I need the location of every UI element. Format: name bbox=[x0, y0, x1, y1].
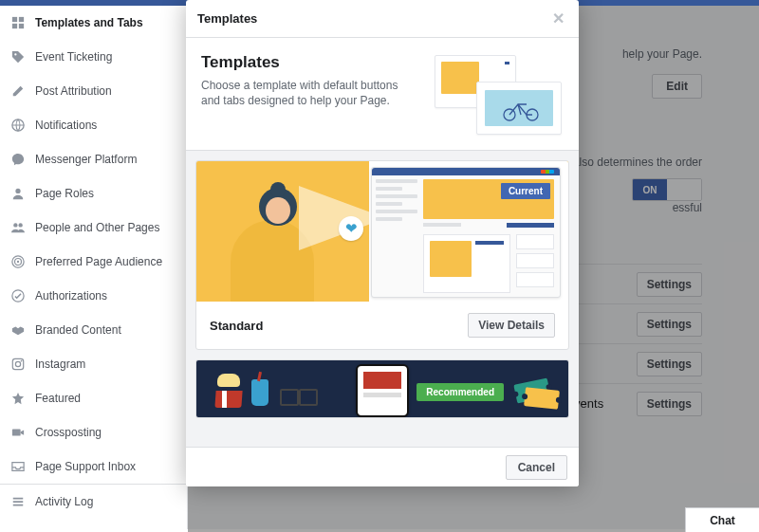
sidebar-item-notifications[interactable]: Notifications bbox=[0, 108, 187, 142]
close-icon[interactable]: ✕ bbox=[548, 9, 567, 28]
sidebar-item-label: Event Ticketing bbox=[35, 50, 112, 64]
sidebar-item-label: Crossposting bbox=[35, 426, 102, 439]
tickets-icon bbox=[513, 377, 559, 410]
recommended-badge: Recommended bbox=[417, 383, 504, 401]
intro-illustration bbox=[421, 53, 564, 135]
sidebar-item-page-support-inbox[interactable]: Page Support Inbox bbox=[0, 449, 187, 484]
sidebar-item-label: People and Other Pages bbox=[35, 221, 159, 234]
target-icon bbox=[11, 255, 25, 268]
list-icon bbox=[11, 495, 25, 508]
instagram-icon bbox=[11, 358, 25, 371]
modal-footer: Cancel bbox=[186, 447, 579, 486]
chat-tab[interactable]: Chat bbox=[685, 507, 759, 532]
sidebar-item-branded-content[interactable]: Branded Content bbox=[0, 313, 187, 347]
svg-rect-0 bbox=[12, 17, 17, 22]
modal-intro: Templates Choose a template with default… bbox=[186, 38, 579, 151]
intro-body: Choose a template with default buttons a… bbox=[201, 78, 416, 108]
template-card-recommended: Recommended bbox=[195, 359, 569, 418]
person-icon bbox=[11, 187, 25, 200]
sidebar-item-authorizations[interactable]: Authorizations bbox=[0, 279, 187, 313]
sidebar-item-featured[interactable]: Featured bbox=[0, 381, 187, 415]
template-hero: Recommended bbox=[196, 360, 568, 417]
browser-mock: Current bbox=[371, 167, 561, 298]
sidebar-item-label: Post Attribution bbox=[35, 84, 112, 98]
video-icon bbox=[11, 426, 25, 439]
svg-point-7 bbox=[13, 223, 17, 227]
handshake-icon bbox=[11, 323, 25, 337]
svg-point-8 bbox=[18, 223, 22, 227]
svg-rect-16 bbox=[12, 430, 21, 436]
pencil-icon bbox=[11, 84, 25, 98]
sidebar-item-label: Featured bbox=[35, 392, 81, 405]
view-details-button[interactable]: View Details bbox=[468, 313, 555, 338]
glasses-icon bbox=[280, 389, 318, 404]
settings-sidebar: Templates and TabsEvent TicketingPost At… bbox=[0, 6, 188, 529]
sidebar-item-label: Page Support Inbox bbox=[35, 460, 136, 473]
people-icon bbox=[11, 221, 25, 234]
svg-point-14 bbox=[15, 361, 20, 366]
sidebar-item-label: Authorizations bbox=[35, 289, 107, 303]
sidebar-item-messenger-platform[interactable]: Messenger Platform bbox=[0, 142, 187, 176]
svg-rect-3 bbox=[19, 24, 24, 28]
sidebar-item-preferred-page-audience[interactable]: Preferred Page Audience bbox=[0, 245, 187, 279]
sidebar-item-label: Preferred Page Audience bbox=[35, 255, 162, 268]
sidebar-item-post-attribution[interactable]: Post Attribution bbox=[0, 74, 187, 108]
heart-icon: ❤ bbox=[339, 216, 363, 241]
current-badge: Current bbox=[501, 183, 550, 199]
sidebar-item-instagram[interactable]: Instagram bbox=[0, 347, 187, 381]
sidebar-item-label: Templates and Tabs bbox=[35, 16, 143, 29]
tag-icon bbox=[11, 50, 25, 64]
template-name: Standard bbox=[210, 319, 263, 333]
inbox-icon bbox=[11, 460, 25, 473]
template-card-standard: ❤ Current Standard View Details bbox=[195, 160, 569, 350]
templates-modal: Templates ✕ Templates Choose a template … bbox=[186, 0, 579, 486]
sidebar-item-page-roles[interactable]: Page Roles bbox=[0, 176, 187, 211]
modal-title: Templates bbox=[197, 11, 257, 26]
sidebar-item-event-ticketing[interactable]: Event Ticketing bbox=[0, 40, 187, 74]
grid-icon bbox=[11, 16, 25, 29]
sidebar-item-label: Messenger Platform bbox=[35, 153, 137, 166]
svg-point-6 bbox=[15, 189, 20, 193]
sidebar-item-label: Branded Content bbox=[35, 323, 121, 337]
messenger-icon bbox=[11, 153, 25, 166]
modal-header: Templates ✕ bbox=[186, 0, 579, 38]
sidebar-item-label: Activity Log bbox=[35, 495, 93, 508]
cancel-button[interactable]: Cancel bbox=[506, 455, 567, 480]
phone-mock-icon bbox=[356, 364, 409, 417]
sidebar-item-people-and-other-pages[interactable]: People and Other Pages bbox=[0, 211, 187, 245]
sidebar-item-label: Page Roles bbox=[35, 187, 94, 200]
drink-icon bbox=[251, 379, 268, 406]
sidebar-item-crossposting[interactable]: Crossposting bbox=[0, 415, 187, 449]
sidebar-item-templates-and-tabs[interactable]: Templates and Tabs bbox=[0, 6, 187, 40]
svg-point-4 bbox=[14, 53, 16, 55]
popcorn-icon bbox=[212, 374, 246, 408]
svg-point-11 bbox=[17, 261, 19, 263]
sidebar-item-label: Instagram bbox=[35, 358, 85, 371]
check-icon bbox=[11, 289, 25, 303]
star-icon bbox=[11, 392, 25, 405]
globe-icon bbox=[11, 119, 25, 132]
svg-point-15 bbox=[21, 360, 23, 362]
intro-heading: Templates bbox=[201, 53, 416, 72]
bicycle-icon bbox=[501, 101, 541, 121]
template-hero: ❤ Current bbox=[196, 161, 568, 302]
sidebar-item-activity-log[interactable]: Activity Log bbox=[0, 484, 187, 518]
svg-rect-2 bbox=[12, 24, 17, 28]
sidebar-item-label: Notifications bbox=[35, 119, 97, 132]
svg-rect-1 bbox=[19, 17, 24, 22]
